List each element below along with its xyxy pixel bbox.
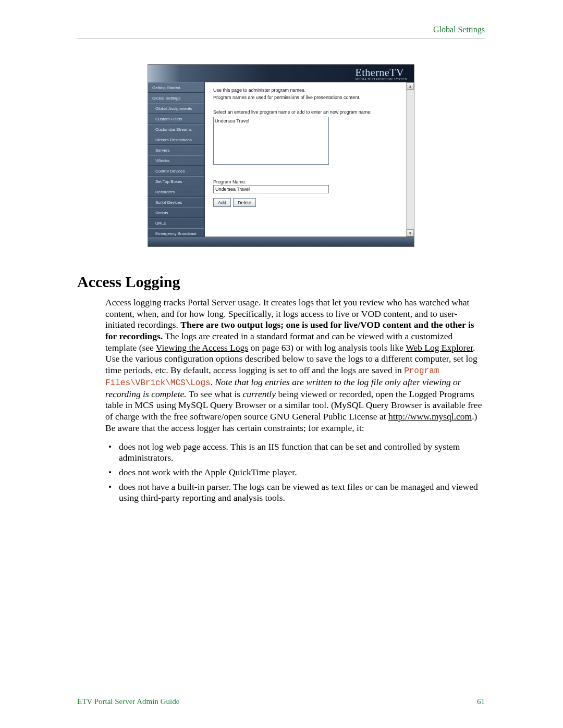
intro-line-1: Use this page to administer program name…: [213, 88, 408, 93]
select-label: Select an entered live program name or a…: [213, 109, 408, 115]
sidebar-item-stream-restrictions[interactable]: Stream Restrictions: [148, 134, 204, 145]
sidebar-item-control-devices[interactable]: Control Devices: [148, 166, 204, 176]
section-body: Access logging tracks Portal Server usag…: [105, 297, 485, 504]
top-rule: [77, 39, 485, 39]
app-logo: EtherneTV MEDIA DISTRIBUTION SYSTEM: [355, 67, 408, 81]
sidebar-item-servers[interactable]: Servers: [148, 145, 204, 155]
list-item: does not work with the Apple QuickTime p…: [105, 467, 485, 478]
list-item: does not have a built-in parser. The log…: [105, 482, 485, 504]
add-button[interactable]: Add: [213, 198, 231, 207]
footer-page-number: 61: [477, 697, 485, 706]
breadcrumb: Global Settings: [77, 25, 485, 34]
sidebar-item-scripts[interactable]: Scripts: [148, 207, 204, 218]
logo-subtext: MEDIA DISTRIBUTION SYSTEM: [355, 78, 408, 81]
sidebar-item-script-devices[interactable]: Script Devices: [148, 197, 204, 207]
sidebar: Getting Started Global Settings Global A…: [148, 82, 205, 237]
link-viewing-access-logs[interactable]: Viewing the Access Logs: [156, 342, 248, 353]
page-footer: ETV Portal Server Admin Guide 61: [77, 697, 485, 706]
app-header: EtherneTV MEDIA DISTRIBUTION SYSTEM: [148, 65, 414, 82]
list-item: does not log web page access. This is an…: [105, 441, 485, 464]
link-web-log-explorer[interactable]: Web Log Explorer: [406, 342, 473, 353]
app-body: Getting Started Global Settings Global A…: [148, 82, 414, 237]
logo-text: EtherneTV: [355, 67, 403, 78]
sidebar-item-urls[interactable]: URLs: [148, 218, 204, 228]
scroll-up-icon[interactable]: ▲: [407, 82, 414, 90]
delete-button[interactable]: Delete: [233, 198, 256, 207]
sidebar-item-custom-fields[interactable]: Custom Fields: [148, 114, 204, 124]
sidebar-item-set-top-boxes[interactable]: Set Top Boxes: [148, 176, 204, 187]
footer-left: ETV Portal Server Admin Guide: [77, 697, 179, 706]
link-mysql[interactable]: http://www.mysql.com: [388, 411, 472, 422]
scroll-down-icon[interactable]: ▼: [407, 229, 414, 237]
sidebar-item-getting-started[interactable]: Getting Started: [148, 82, 204, 93]
main-panel: Use this page to administer program name…: [205, 82, 414, 237]
sidebar-item-global-assignments[interactable]: Global Assignments: [148, 103, 204, 114]
constraint-list: does not log web page access. This is an…: [105, 441, 485, 504]
section-title: Access Logging: [77, 273, 485, 291]
intro-line-2: Program names are used for permissions o…: [213, 95, 408, 100]
screenshot-container: EtherneTV MEDIA DISTRIBUTION SYSTEM Gett…: [148, 64, 414, 247]
sidebar-item-customize-streams[interactable]: Customize Streams: [148, 124, 204, 134]
paragraph-1: Access logging tracks Portal Server usag…: [105, 297, 485, 434]
sidebar-item-vbricks[interactable]: VBricks: [148, 155, 204, 166]
scrollbar[interactable]: ▲ ▼: [406, 82, 414, 237]
sidebar-item-emergency-broadcast[interactable]: Emergency Broadcast: [148, 228, 204, 237]
sidebar-item-recorders[interactable]: Recorders: [148, 187, 204, 197]
program-name-input[interactable]: [213, 185, 329, 193]
program-name-label: Program Name:: [213, 179, 408, 184]
program-listbox[interactable]: Undersea Travel: [213, 117, 329, 165]
list-item[interactable]: Undersea Travel: [215, 118, 327, 124]
sidebar-item-global-settings[interactable]: Global Settings: [148, 93, 204, 103]
app-footer: [148, 237, 414, 246]
